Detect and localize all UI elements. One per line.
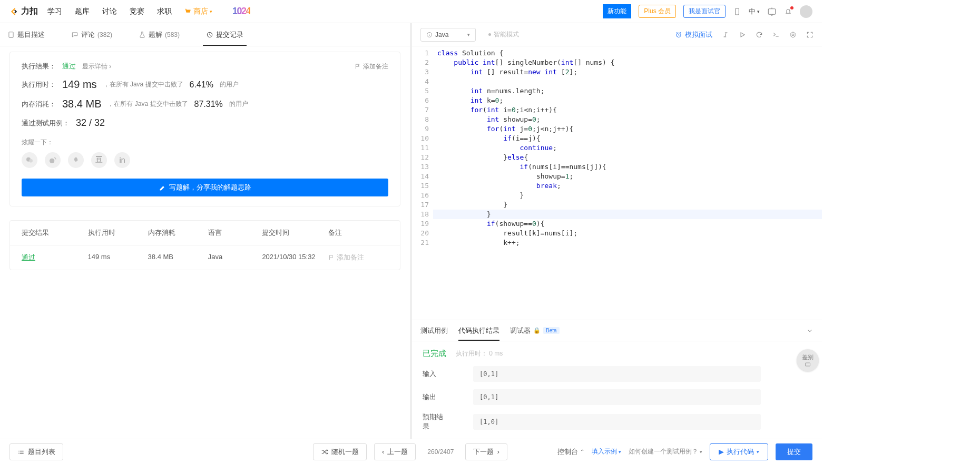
caret-down-icon: ▾ (210, 9, 212, 14)
comment-icon (71, 31, 79, 38)
flag-icon (355, 63, 361, 70)
mobile-icon[interactable] (733, 7, 741, 16)
memory-ctx2: 的用户 (229, 100, 248, 108)
problem-list-button[interactable]: 题目列表 (9, 443, 63, 460)
wechat-icon[interactable] (22, 152, 37, 168)
row-note-label: 添加备注 (337, 253, 364, 262)
bullet-icon (488, 33, 491, 36)
tab-solutions[interactable]: 题解 (583) (139, 23, 180, 46)
fill-example-link[interactable]: 填入示例 ▾ (592, 447, 621, 456)
keyboard-icon (804, 361, 811, 368)
avatar[interactable] (800, 5, 812, 18)
collapse-icon[interactable] (806, 320, 814, 341)
editor-toolbar: Java ▾ 智能模式 模拟面试 (412, 23, 822, 46)
next-button[interactable]: 下一题 › (465, 443, 507, 460)
promo-1024[interactable]: 1024 (232, 6, 250, 17)
svg-point-5 (29, 159, 33, 163)
row-result[interactable]: 通过 (22, 253, 35, 261)
line-gutter: 123456789101112131415161718192021 (412, 46, 433, 320)
settings-icon[interactable] (789, 31, 797, 38)
bell-icon[interactable] (784, 7, 792, 16)
new-feature-badge[interactable]: 新功能 (603, 4, 631, 18)
write-solution-label: 写题解，分享我的解题思路 (169, 183, 251, 192)
tab-submissions[interactable]: 提交记录 (206, 23, 243, 46)
add-note-button[interactable]: 添加备注 (355, 62, 388, 71)
tab-exec-result[interactable]: 代码执行结果 (458, 320, 499, 341)
linkedin-icon[interactable]: in (114, 152, 130, 168)
random-button[interactable]: 随机一题 (313, 443, 367, 460)
play-icon[interactable] (739, 31, 746, 38)
brand-text: 力扣 (21, 6, 38, 17)
write-solution-button[interactable]: 写题解，分享我的解题思路 (22, 179, 388, 196)
language-selector[interactable]: 中▾ (749, 7, 760, 16)
mock-label: 模拟面试 (685, 30, 712, 40)
prev-button[interactable]: ‹ 上一题 (374, 443, 416, 460)
input-value[interactable]: [0,1] (473, 366, 761, 382)
testcases-value: 32 / 32 (76, 117, 105, 129)
plus-button[interactable]: Plus 会员 (639, 5, 676, 18)
nav-learn[interactable]: 学习 (47, 7, 62, 16)
row-add-note[interactable]: 添加备注 (328, 253, 388, 262)
store-label: 商店 (193, 7, 208, 16)
mock-interview-button[interactable]: 模拟面试 (675, 30, 712, 40)
list-icon (17, 448, 25, 456)
svg-rect-12 (806, 363, 810, 366)
reset-icon[interactable] (756, 31, 763, 38)
tab-description[interactable]: 题目描述 (7, 23, 45, 46)
tab-comments[interactable]: 评论 (382) (71, 23, 112, 46)
lock-icon: 🔒 (533, 327, 541, 334)
italic-icon[interactable] (722, 31, 729, 38)
result-label: 执行结果： (22, 62, 56, 71)
diff-button[interactable]: 差别 (797, 349, 819, 371)
language-label: 中 (749, 7, 756, 16)
result-status: 通过 (62, 62, 76, 71)
svg-rect-0 (736, 8, 739, 15)
run-label: 执行代码 (727, 447, 754, 457)
submit-button[interactable]: 提交 (776, 443, 812, 460)
row-lang: Java (208, 253, 262, 262)
result-card: 执行结果： 通过 显示详情 › 添加备注 执行用时： 149 ms ，在所有 J… (9, 52, 400, 206)
beta-badge: Beta (543, 327, 560, 334)
input-label: 输入 (423, 369, 448, 379)
chevron-down-icon: ▾ (467, 32, 470, 37)
interviewer-button[interactable]: 我是面试官 (683, 5, 726, 18)
nav-store[interactable]: 商店 ▾ (184, 7, 212, 16)
tab-testcases[interactable]: 测试用例 (420, 320, 448, 341)
table-row[interactable]: 通过 149 ms 38.4 MB Java 2021/10/30 15:32 … (10, 245, 400, 270)
terminal-icon[interactable] (772, 31, 780, 38)
document-icon (7, 31, 15, 38)
prev-label: 上一题 (387, 447, 408, 457)
leetcode-logo-icon (9, 7, 19, 16)
show-detail-link[interactable]: 显示详情 › (82, 62, 111, 71)
notification-dot (790, 6, 793, 9)
qq-icon[interactable] (68, 152, 84, 168)
console-label: 控制台 (557, 447, 578, 457)
code-editor[interactable]: 123456789101112131415161718192021 class … (412, 46, 822, 320)
fullscreen-icon[interactable] (806, 31, 814, 38)
console-toggle[interactable]: 控制台 ⌃ (557, 447, 584, 457)
language-select[interactable]: Java ▾ (420, 28, 476, 42)
douban-icon[interactable]: 豆 (91, 152, 107, 168)
help-link[interactable]: 如何创建一个测试用例？▾ (629, 447, 702, 456)
playground-icon[interactable] (767, 7, 777, 16)
code-content[interactable]: class Solution { public int[] singleNumb… (433, 46, 822, 320)
weibo-icon[interactable] (45, 152, 61, 168)
exec-elapsed: 执行用时： 0 ms (456, 349, 503, 358)
smart-mode-toggle[interactable]: 智能模式 (488, 30, 519, 39)
output-label: 输出 (423, 392, 448, 402)
run-button[interactable]: ▶ 执行代码 ▾ (710, 443, 768, 460)
tab-solutions-count: (583) (165, 31, 180, 38)
nav-links: 学习 题库 讨论 竞赛 求职 商店 ▾ 1024 (47, 6, 250, 17)
nav-problems[interactable]: 题库 (75, 7, 90, 16)
share-label: 炫耀一下： (22, 138, 388, 147)
tab-debugger[interactable]: 调试器 🔒 Beta (510, 320, 560, 341)
nav-contest[interactable]: 竞赛 (130, 7, 144, 16)
row-mem: 38.4 MB (148, 253, 208, 262)
nav-discuss[interactable]: 讨论 (102, 7, 117, 16)
svg-point-6 (50, 159, 54, 163)
nav-jobs[interactable]: 求职 (157, 7, 172, 16)
exec-status: 已完成 (423, 349, 446, 359)
svg-rect-2 (9, 32, 13, 37)
logo[interactable]: 力扣 (9, 6, 38, 17)
memory-value: 38.4 MB (62, 98, 101, 110)
